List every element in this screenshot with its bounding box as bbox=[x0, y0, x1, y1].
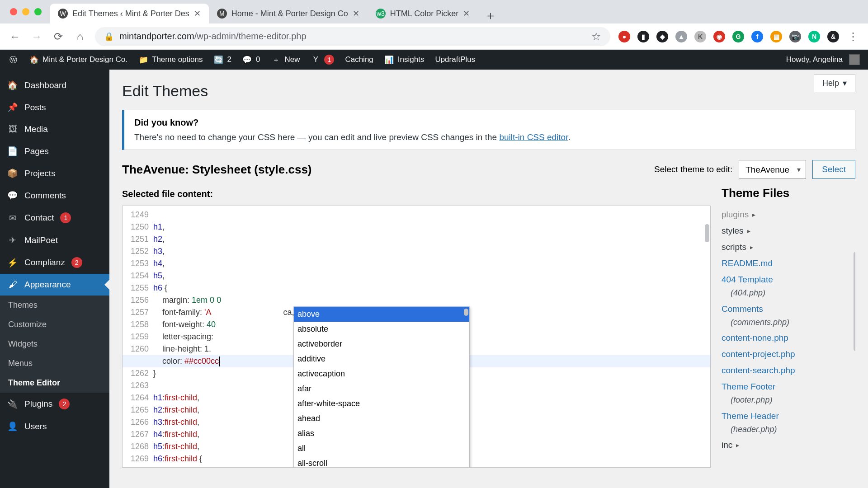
tree-file[interactable]: content-project.php bbox=[722, 346, 855, 362]
new-content[interactable]: ＋New bbox=[271, 55, 300, 65]
editor-scrollbar[interactable] bbox=[705, 224, 709, 242]
menu-users[interactable]: 👤Users bbox=[0, 415, 109, 437]
ext-icon[interactable]: & bbox=[827, 31, 839, 42]
help-tab[interactable]: Help▾ bbox=[814, 74, 855, 92]
menu-mailpoet[interactable]: ✈MailPoet bbox=[0, 229, 109, 251]
close-tab-icon[interactable]: ✕ bbox=[463, 9, 470, 19]
autocomplete-item[interactable]: absolute bbox=[294, 322, 469, 337]
user-greeting[interactable]: Howdy, Angelina bbox=[786, 54, 860, 65]
extensions: ● ▮ ◆ ▲ K ◉ G f ▦ 📷 N & ⋮ bbox=[618, 30, 860, 43]
tab-title: HTML Color Picker bbox=[390, 9, 458, 19]
tree-folder[interactable]: scripts ▸ bbox=[722, 239, 855, 255]
comments[interactable]: 💬0 bbox=[242, 55, 260, 65]
submenu-theme-editor[interactable]: Theme Editor bbox=[0, 373, 109, 393]
autocomplete-item[interactable]: all bbox=[294, 441, 469, 456]
ext-icon[interactable]: f bbox=[751, 31, 763, 42]
tree-scrollbar[interactable] bbox=[854, 252, 855, 351]
autocomplete-item[interactable]: alias bbox=[294, 426, 469, 441]
ext-icon[interactable]: ◆ bbox=[656, 31, 668, 42]
minimize-window-icon[interactable] bbox=[22, 8, 29, 15]
autocomplete-item[interactable]: additive bbox=[294, 352, 469, 366]
tree-file[interactable]: content-search.php bbox=[722, 362, 855, 379]
code-editor[interactable]: 1249125012511252125312541255125612571258… bbox=[122, 206, 711, 468]
reload-button[interactable]: ⟳ bbox=[52, 30, 65, 43]
css-editor-link[interactable]: built-in CSS editor bbox=[499, 132, 568, 142]
menu-pages[interactable]: 📄Pages bbox=[0, 140, 109, 162]
site-name[interactable]: 🏠Mint & Porter Design Co. bbox=[29, 55, 127, 65]
ext-icon[interactable]: ▦ bbox=[770, 31, 782, 42]
ext-icon[interactable]: K bbox=[694, 31, 706, 42]
wp-logo-icon[interactable]: ⓦ bbox=[8, 55, 18, 65]
insights[interactable]: 📊Insights bbox=[384, 55, 425, 65]
menu-dashboard[interactable]: 🏠Dashboard bbox=[0, 74, 109, 96]
autocomplete-item[interactable]: activecaption bbox=[294, 366, 469, 381]
tree-folder[interactable]: inc ▸ bbox=[722, 437, 855, 450]
yoast-seo[interactable]: Y1 bbox=[311, 55, 334, 65]
menu-comments[interactable]: 💬Comments bbox=[0, 184, 109, 206]
autocomplete-item[interactable]: activeborder bbox=[294, 337, 469, 352]
ext-icon[interactable]: ▲ bbox=[675, 31, 687, 42]
menu-media[interactable]: 🖼Media bbox=[0, 118, 109, 140]
autocomplete-item[interactable]: above bbox=[294, 307, 469, 322]
url-bar[interactable]: 🔒 mintandporter.com/wp-admin/theme-edito… bbox=[95, 27, 610, 46]
chevron-right-icon: ▸ bbox=[750, 241, 753, 253]
tree-folder[interactable]: plugins ▸ bbox=[722, 206, 855, 223]
updates[interactable]: 🔄2 bbox=[213, 55, 231, 65]
autocomplete-item[interactable]: all-scroll bbox=[294, 456, 469, 468]
browser-menu-icon[interactable]: ⋮ bbox=[846, 30, 860, 43]
folder-label: scripts bbox=[722, 239, 746, 255]
close-tab-icon[interactable]: ✕ bbox=[353, 9, 359, 19]
select-button[interactable]: Select bbox=[812, 160, 855, 179]
home-button[interactable]: ⌂ bbox=[73, 30, 87, 43]
updraftplus[interactable]: UpdraftPlus bbox=[435, 55, 475, 64]
submenu-widgets[interactable]: Widgets bbox=[0, 334, 109, 354]
menu-projects[interactable]: 📦Projects bbox=[0, 162, 109, 184]
autocomplete-item[interactable]: afar bbox=[294, 381, 469, 396]
submenu-themes[interactable]: Themes bbox=[0, 296, 109, 315]
submenu-menus[interactable]: Menus bbox=[0, 354, 109, 373]
ext-icon[interactable]: N bbox=[808, 31, 820, 42]
folder-label: inc bbox=[722, 437, 732, 450]
maximize-window-icon[interactable] bbox=[34, 8, 42, 15]
menu-complianz[interactable]: ⚡Complianz2 bbox=[0, 251, 109, 274]
admin-menu: 🏠Dashboard 📌Posts 🖼Media 📄Pages 📦Project… bbox=[0, 70, 109, 488]
menu-contact[interactable]: ✉Contact1 bbox=[0, 206, 109, 229]
menu-posts[interactable]: 📌Posts bbox=[0, 96, 109, 118]
close-tab-icon[interactable]: ✕ bbox=[194, 9, 201, 19]
theme-select[interactable]: TheAvenue bbox=[739, 160, 806, 179]
theme-files-heading: Theme Files bbox=[722, 186, 855, 200]
browser-tab[interactable]: w3HTML Color Picker✕ bbox=[368, 4, 478, 23]
close-window-icon[interactable] bbox=[10, 8, 17, 15]
autocomplete-popup[interactable]: aboveabsoluteactiveborderadditiveactivec… bbox=[293, 306, 470, 468]
url-text: mintandporter.com/wp-admin/theme-editor.… bbox=[119, 31, 307, 42]
folder-label: plugins bbox=[722, 206, 749, 223]
ext-icon[interactable]: G bbox=[732, 31, 744, 42]
theme-options[interactable]: 📁Theme options bbox=[138, 55, 203, 65]
autocomplete-item[interactable]: after-white-space bbox=[294, 396, 469, 411]
ext-icon[interactable]: ● bbox=[618, 31, 630, 42]
avatar bbox=[849, 54, 860, 65]
tab-title: Edit Themes ‹ Mint & Porter Des bbox=[72, 9, 189, 19]
browser-tab[interactable]: MHome - Mint & Porter Design Co✕ bbox=[209, 4, 368, 23]
tree-file[interactable]: content-none.php bbox=[722, 330, 855, 346]
ext-icon[interactable]: ▮ bbox=[637, 31, 649, 42]
menu-appearance[interactable]: 🖌Appearance bbox=[0, 274, 109, 296]
caching[interactable]: Caching bbox=[345, 55, 373, 64]
tree-folder[interactable]: styles ▸ bbox=[722, 223, 855, 239]
menu-plugins[interactable]: 🔌Plugins2 bbox=[0, 393, 109, 415]
forward-button[interactable]: → bbox=[30, 30, 43, 43]
ext-icon[interactable]: ◉ bbox=[713, 31, 725, 42]
bookmark-star-icon[interactable]: ☆ bbox=[591, 30, 601, 43]
submenu-customize[interactable]: Customize bbox=[0, 315, 109, 334]
ext-icon[interactable]: 📷 bbox=[789, 31, 801, 42]
browser-tab[interactable]: WEdit Themes ‹ Mint & Porter Des✕ bbox=[50, 4, 209, 23]
back-button[interactable]: ← bbox=[8, 30, 22, 43]
autocomplete-scrollbar[interactable] bbox=[464, 309, 468, 316]
current-file-heading: TheAvenue: Stylesheet (style.css) bbox=[122, 163, 312, 177]
select-theme-label: Select theme to edit: bbox=[654, 164, 732, 174]
tab-title: Home - Mint & Porter Design Co bbox=[231, 9, 348, 19]
chevron-right-icon: ▸ bbox=[752, 209, 755, 221]
tree-file[interactable]: README.md bbox=[722, 255, 855, 272]
new-tab-button[interactable]: ＋ bbox=[482, 7, 499, 23]
autocomplete-item[interactable]: ahead bbox=[294, 411, 469, 426]
